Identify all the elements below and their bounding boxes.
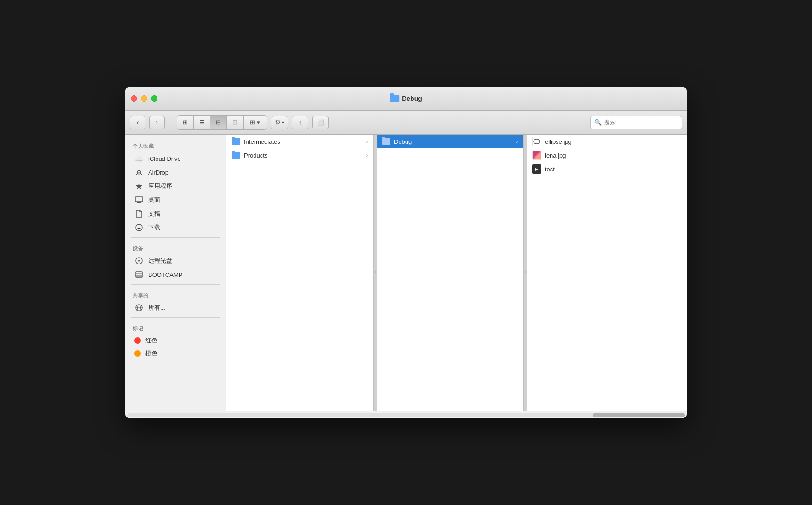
- icon-view-button[interactable]: ⊞: [177, 116, 194, 129]
- sidebar-label-downloads: 下载: [148, 223, 160, 232]
- minimize-button[interactable]: [141, 95, 147, 102]
- sidebar-item-bootcamp[interactable]: BOOTCAMP: [127, 268, 224, 282]
- col2-label-debug: Debug: [394, 138, 412, 145]
- svg-point-5: [138, 260, 140, 262]
- search-box[interactable]: 🔍: [590, 116, 682, 129]
- sidebar-item-shared-all[interactable]: 所有...: [127, 301, 224, 315]
- list-view-button[interactable]: ☰: [194, 116, 210, 129]
- file-icon-ellipse: [532, 137, 541, 146]
- share-icon: ↑: [298, 118, 302, 126]
- col2-item-debug[interactable]: Debug ›: [377, 135, 523, 148]
- maximize-button[interactable]: [151, 95, 157, 102]
- tag-dot-red: [134, 337, 141, 344]
- sidebar-item-airdrop[interactable]: AirDrop: [127, 165, 224, 179]
- sidebar-label-tag-red: 红色: [145, 336, 157, 345]
- file-icon-test: [532, 164, 541, 174]
- settings-chevron-icon: ▾: [282, 120, 284, 125]
- folder-icon-products: [232, 152, 240, 159]
- col1-item-products[interactable]: Products ›: [226, 148, 373, 162]
- disc-icon: [134, 256, 144, 265]
- title-folder-icon: [390, 95, 399, 102]
- bootcamp-icon: [134, 270, 144, 279]
- scrollbar-container[interactable]: [125, 411, 687, 418]
- col1-item-intermediates[interactable]: Intermediates ›: [226, 135, 373, 148]
- forward-icon: ›: [156, 118, 158, 127]
- svg-point-13: [534, 139, 540, 144]
- sidebar-label-desktop: 桌面: [148, 196, 160, 204]
- toolbar: ‹ › ⊞ ☰ ⊟ ⊡ ⊞ ▾ ⚙ ▾ ↑ ⬜ 🔍: [125, 111, 687, 135]
- sidebar: 个人收藏 ☁️ iCloud Drive AirDrop: [125, 135, 226, 411]
- sidebar-item-tag-red[interactable]: 红色: [127, 334, 224, 347]
- back-icon: ‹: [136, 118, 139, 127]
- sidebar-divider-2: [131, 284, 220, 285]
- close-button[interactable]: [131, 95, 137, 102]
- sidebar-section-shared: 共享的: [125, 288, 226, 301]
- browser-columns: Intermediates › Products › ⋮ Debug ›: [226, 135, 687, 411]
- sidebar-label-airdrop: AirDrop: [148, 169, 168, 176]
- icloud-icon: ☁️: [134, 154, 144, 163]
- sidebar-label-shared-all: 所有...: [148, 304, 165, 312]
- downloads-icon: [134, 223, 144, 232]
- sidebar-item-applications[interactable]: 应用程序: [127, 179, 224, 193]
- file-item-lena[interactable]: lena.jpg: [527, 148, 687, 162]
- sidebar-item-documents[interactable]: 文稿: [127, 207, 224, 221]
- scrollbar-track[interactable]: [127, 413, 685, 417]
- tag-dot-orange: [134, 350, 141, 357]
- tag-button[interactable]: ⬜: [312, 116, 329, 129]
- sidebar-label-remote-disc: 远程光盘: [148, 257, 172, 265]
- search-icon: 🔍: [594, 119, 602, 126]
- finder-window: Debug ‹ › ⊞ ☰ ⊟ ⊡ ⊞ ▾ ⚙ ▾ ↑ ⬜ �: [125, 87, 687, 418]
- chevron-icon-2: ›: [366, 153, 368, 158]
- file-label-lena: lena.jpg: [545, 152, 566, 159]
- file-label-ellipse: ellipse.jpg: [545, 138, 572, 145]
- sidebar-divider-1: [131, 237, 220, 238]
- gallery-view-button[interactable]: ⊡: [227, 116, 244, 129]
- gear-icon: ⚙: [275, 118, 281, 127]
- search-input[interactable]: [604, 119, 678, 126]
- documents-icon: [134, 209, 144, 218]
- file-item-test[interactable]: test: [527, 162, 687, 176]
- col1-label-products: Products: [244, 152, 267, 159]
- column-1: Intermediates › Products ›: [226, 135, 374, 411]
- svg-point-0: [137, 170, 141, 174]
- window-title: Debug: [390, 95, 422, 102]
- applications-icon: [134, 182, 144, 191]
- titlebar: Debug: [125, 87, 687, 111]
- svg-rect-1: [135, 197, 143, 202]
- airdrop-icon: [134, 168, 144, 177]
- sidebar-section-tags: 标记: [125, 321, 226, 334]
- sidebar-label-applications: 应用程序: [148, 182, 172, 190]
- sidebar-divider-3: [131, 317, 220, 318]
- sidebar-item-tag-orange[interactable]: 橙色: [127, 347, 224, 360]
- column-3: ellipse.jpg lena.jpg test: [527, 135, 687, 411]
- folder-icon-intermediates: [232, 138, 240, 145]
- col1-label-intermediates: Intermediates: [244, 138, 280, 145]
- sidebar-section-devices: 设备: [125, 241, 226, 254]
- debug-chevron-icon: ›: [516, 139, 518, 144]
- scrollbar-thumb[interactable]: [593, 413, 685, 417]
- view-more-button[interactable]: ⊞ ▾: [244, 116, 267, 129]
- forward-button[interactable]: ›: [149, 116, 165, 129]
- sidebar-item-remote-disc[interactable]: 远程光盘: [127, 254, 224, 268]
- sidebar-label-tag-orange: 橙色: [145, 349, 157, 358]
- chevron-icon: ›: [366, 139, 368, 144]
- sidebar-item-downloads[interactable]: 下载: [127, 221, 224, 235]
- column-view-button[interactable]: ⊟: [210, 116, 227, 129]
- share-button[interactable]: ↑: [292, 116, 308, 129]
- file-icon-lena: [532, 151, 541, 160]
- sidebar-item-icloud-drive[interactable]: ☁️ iCloud Drive: [127, 152, 224, 165]
- back-button[interactable]: ‹: [130, 116, 145, 129]
- traffic-lights: [131, 95, 157, 102]
- window-title-text: Debug: [402, 95, 422, 102]
- network-icon: [134, 303, 144, 312]
- settings-button[interactable]: ⚙ ▾: [271, 116, 288, 129]
- file-item-ellipse[interactable]: ellipse.jpg: [527, 135, 687, 148]
- folder-icon-debug: [382, 138, 390, 145]
- main-area: 个人收藏 ☁️ iCloud Drive AirDrop: [125, 135, 687, 411]
- sidebar-item-desktop[interactable]: 桌面: [127, 193, 224, 207]
- tag-icon: ⬜: [317, 119, 324, 126]
- sidebar-section-personal: 个人收藏: [125, 138, 226, 152]
- sidebar-label-icloud: iCloud Drive: [148, 155, 181, 162]
- sidebar-label-documents: 文稿: [148, 210, 160, 218]
- svg-rect-2: [137, 202, 141, 203]
